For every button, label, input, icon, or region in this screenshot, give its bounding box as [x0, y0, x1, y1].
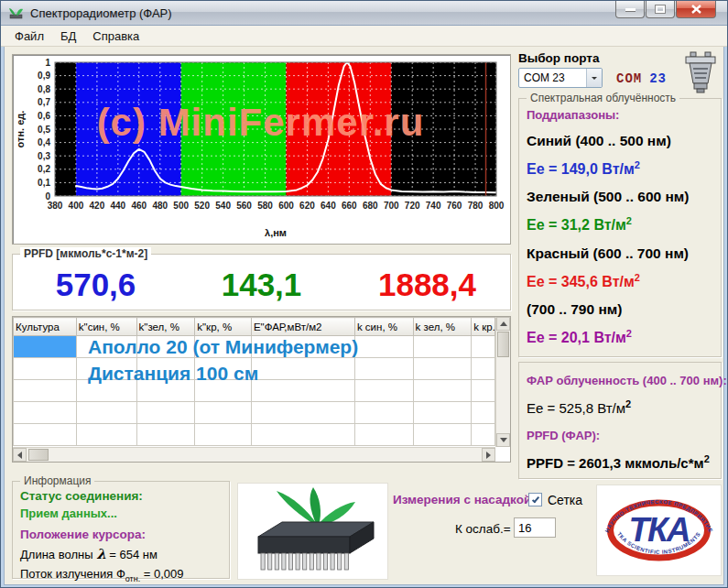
maximize-icon: [656, 5, 665, 13]
table-cell[interactable]: [76, 358, 136, 380]
table-cell[interactable]: [76, 424, 136, 446]
minimize-icon: [625, 8, 636, 11]
connection-status-label: Статус соединения:: [20, 489, 222, 503]
table-cell[interactable]: [251, 424, 354, 446]
table-cell[interactable]: [195, 424, 252, 446]
table-vertical-scrollbar[interactable]: [495, 317, 510, 447]
minimize-button[interactable]: [615, 1, 645, 18]
blue-band-ee: Ee = 149,0 Вт/м2: [527, 159, 713, 178]
table-cell[interactable]: [76, 336, 136, 358]
svg-text:620: 620: [299, 201, 315, 211]
table-cell[interactable]: [136, 380, 195, 402]
svg-text:380: 380: [48, 201, 63, 211]
table-cell[interactable]: [195, 380, 252, 402]
grid-checkbox[interactable]: [528, 493, 542, 506]
dropdown-button[interactable]: [586, 69, 602, 87]
table-cell[interactable]: [413, 424, 472, 446]
attenuation-label: К ослаб.=: [455, 522, 511, 536]
table-cell[interactable]: [14, 424, 77, 446]
table-cell[interactable]: [251, 336, 354, 358]
chip-plant-icon: [238, 484, 387, 579]
scroll-right-button[interactable]: [482, 448, 495, 462]
table-cell[interactable]: [354, 336, 413, 358]
ppfd-red-value: 1888,4: [344, 267, 510, 303]
arrow-up-icon: [500, 318, 507, 326]
column-header-3[interactable]: k"кр, %: [195, 318, 252, 336]
table-cell[interactable]: [136, 358, 195, 380]
table-cell[interactable]: [472, 380, 495, 402]
column-header-2[interactable]: k"зел, %: [136, 318, 195, 336]
arrow-down-icon: [500, 438, 507, 446]
table-cell[interactable]: [354, 358, 413, 380]
table-cell[interactable]: [354, 402, 413, 424]
table-cell[interactable]: [14, 380, 77, 402]
svg-text:отн. ед.: отн. ед.: [15, 111, 26, 148]
table-horizontal-scrollbar[interactable]: [13, 447, 495, 462]
tka-logo-icon: ТКА НАУЧНО-ТЕХНИЧЕСКОЕ ПРЕДПРИЯТИЕ ТКА S…: [597, 485, 721, 575]
table-cell[interactable]: [76, 402, 136, 424]
table-cell[interactable]: [472, 336, 495, 358]
svg-text:500: 500: [173, 201, 189, 211]
hscroll-thumb[interactable]: [28, 449, 49, 461]
table-cell[interactable]: [136, 402, 195, 424]
port-select-label: Выбор порта: [518, 51, 599, 65]
svg-text:480: 480: [152, 201, 168, 211]
red-band-ee: Ee = 345,6 Вт/м2: [527, 272, 713, 290]
green-band-ee: Ee = 31,2 Вт/м2: [527, 215, 713, 234]
table-cell[interactable]: [251, 380, 354, 402]
window-title: Спектрорадиометр (ФАР): [30, 6, 172, 20]
table-cell[interactable]: [472, 358, 495, 380]
menu-help[interactable]: Справка: [84, 27, 147, 46]
port-select[interactable]: COM 23: [518, 68, 603, 88]
maximize-button[interactable]: [646, 1, 675, 18]
table-cell[interactable]: [472, 402, 495, 424]
table-cell[interactable]: [76, 380, 136, 402]
menu-file[interactable]: Файл: [6, 27, 52, 46]
svg-text:720: 720: [405, 201, 420, 211]
titlebar[interactable]: Спектрорадиометр (ФАР): [1, 1, 727, 26]
scroll-down-button[interactable]: [496, 433, 510, 447]
selected-cell[interactable]: [14, 336, 77, 358]
table-row: [14, 424, 495, 446]
chip-plant-image: [237, 483, 388, 580]
table-cell[interactable]: [251, 358, 354, 380]
svg-text:540: 540: [215, 201, 231, 211]
attenuation-input[interactable]: [514, 517, 556, 538]
chip-legs: [261, 553, 348, 570]
column-header-4[interactable]: Е"ФАР,мВт/м2: [251, 318, 354, 336]
table-cell[interactable]: [354, 380, 413, 402]
lambda-symbol: λ: [96, 546, 106, 562]
ppfd-par-value: PPFD = 2601,3 мкмоль/с*м2: [527, 453, 713, 471]
table-cell[interactable]: [136, 336, 195, 358]
menu-db[interactable]: БД: [52, 27, 84, 46]
scroll-left-button[interactable]: [13, 448, 27, 462]
client-area: 3804004204404604805005205405605806006206…: [4, 47, 724, 585]
close-button[interactable]: [676, 1, 716, 18]
spectral-group-label: Спектральная облучённость: [527, 92, 679, 104]
table-cell[interactable]: [354, 424, 413, 446]
table-cell[interactable]: [195, 336, 252, 358]
table-cell[interactable]: [195, 358, 252, 380]
farred-band-ee: Ee = 20,1 Вт/м2: [527, 328, 713, 346]
vscroll-thumb[interactable]: [497, 332, 509, 357]
table-cell[interactable]: [251, 402, 354, 424]
table-cell[interactable]: [14, 402, 77, 424]
ppfd-panel-label: PPFD [мкмоль*с-1*м-2]: [20, 247, 151, 260]
table-cell[interactable]: [195, 402, 252, 424]
table-cell[interactable]: [413, 336, 472, 358]
column-header-1[interactable]: k"син, %: [76, 318, 136, 336]
svg-text:600: 600: [278, 201, 294, 211]
table-cell[interactable]: [472, 424, 495, 446]
table-cell[interactable]: [413, 358, 472, 380]
table-cell[interactable]: [413, 402, 472, 424]
column-header-5[interactable]: k син, %: [354, 318, 413, 336]
table-cell[interactable]: [14, 358, 77, 380]
table-cell[interactable]: [413, 380, 472, 402]
column-header-6[interactable]: k зел, %: [413, 318, 472, 336]
table-cell[interactable]: [136, 424, 195, 446]
column-header-7[interactable]: k кр.,: [472, 318, 495, 336]
column-header-0[interactable]: Культура: [14, 318, 77, 336]
spectrum-chart[interactable]: 3804004204404604805005205405605806006206…: [13, 55, 508, 242]
scroll-up-button[interactable]: [496, 317, 510, 331]
svg-text:0,5: 0,5: [38, 125, 50, 135]
